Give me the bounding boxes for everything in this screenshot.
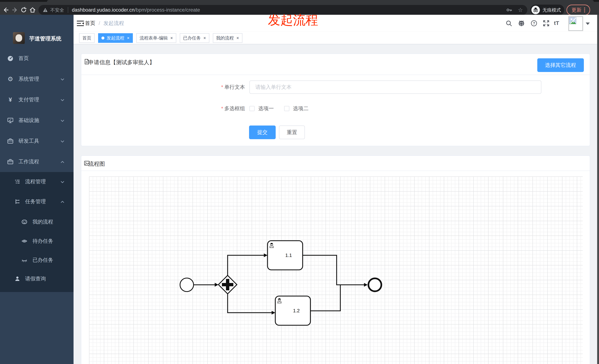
- tag-done-tasks[interactable]: 已办任务×: [180, 33, 209, 43]
- browser-tab[interactable]: [47, 0, 594, 2]
- gateway-plus-icon: [226, 279, 229, 290]
- chrome-update-button[interactable]: 更新: [566, 5, 590, 15]
- submit-button[interactable]: 提交: [249, 126, 276, 139]
- breadcrumb-current: 发起流程: [104, 20, 124, 27]
- main-content: 申请信息【测试多审批人】 选择其它流程 *单行文本 *多选框组 选项一 选项二 …: [73, 44, 599, 364]
- home-icon[interactable]: [29, 7, 36, 13]
- required-mark: *: [221, 106, 223, 111]
- chevron-down-icon[interactable]: [586, 23, 590, 25]
- active-dot: [101, 37, 104, 40]
- not-secure-warning-icon: [43, 8, 48, 12]
- sidebar-item-dev-tools[interactable]: 研发工具: [0, 131, 73, 151]
- svg-text:?: ?: [533, 21, 535, 25]
- card-header-divider: [81, 170, 590, 171]
- incognito-label: 无痕模式: [542, 7, 561, 13]
- edge-task2-to-end: [310, 285, 340, 311]
- sidebar-item-infrastructure[interactable]: 基础设施: [0, 110, 73, 131]
- sidebar: 芋道管理系统 首页 ⚙ 系统管理 ¥ 支付管理 基础设施 研发工具 工作流程 流…: [0, 15, 73, 364]
- app-title: 芋道管理系统: [29, 35, 61, 42]
- security-label[interactable]: 不安全: [50, 7, 64, 13]
- annotation-title: 发起流程: [268, 14, 318, 26]
- sidebar-item-system[interactable]: ⚙ 系统管理: [0, 69, 73, 89]
- arrowhead: [215, 283, 218, 287]
- forward-icon[interactable]: [11, 7, 18, 13]
- checkbox-option-1[interactable]: [249, 106, 255, 111]
- incognito-badge: 无痕模式: [530, 5, 564, 15]
- chevron-up-icon: [60, 160, 65, 164]
- edge-task1-to-end: [303, 255, 364, 285]
- task-label: 1.2: [293, 308, 300, 313]
- search-icon[interactable]: [505, 20, 512, 26]
- arrowhead: [364, 283, 368, 287]
- sidebar-item-payment[interactable]: ¥ 支付管理: [0, 89, 73, 110]
- sidebar-item-leave-query[interactable]: 请假查询: [0, 270, 73, 288]
- dashboard-icon: [7, 55, 14, 62]
- eye-closed-icon: [21, 257, 27, 263]
- briefcase-icon: [7, 158, 14, 165]
- reload-icon[interactable]: [20, 7, 27, 13]
- url-host: dashboard.yudao.iocoder.cn: [72, 7, 134, 13]
- sidebar-item-my-process[interactable]: 我的流程: [0, 212, 73, 231]
- person-icon: [14, 276, 20, 282]
- sidebar-item-workflow[interactable]: 工作流程: [0, 151, 73, 172]
- flow-diagram-card: 流程图: [81, 155, 590, 364]
- back-icon[interactable]: [3, 7, 9, 13]
- start-event[interactable]: [180, 278, 194, 291]
- eye-icon: [21, 238, 27, 244]
- list-icon: [14, 179, 20, 185]
- sidebar-item-task-mgmt[interactable]: 任务管理: [0, 192, 73, 212]
- text-field-label: *单行文本: [155, 80, 245, 94]
- reset-button[interactable]: 重置: [279, 126, 305, 139]
- end-event[interactable]: [368, 278, 381, 291]
- close-icon[interactable]: ×: [127, 36, 130, 40]
- tag-home[interactable]: 首页: [79, 33, 95, 43]
- chevron-down-icon: [60, 119, 65, 123]
- update-label: 更新: [572, 7, 581, 13]
- single-line-text-input[interactable]: [249, 80, 541, 94]
- checkbox-option-2-label[interactable]: 选项二: [293, 105, 308, 112]
- github-icon[interactable]: [518, 20, 525, 26]
- tag-my-process[interactable]: 我的流程×: [213, 33, 242, 43]
- fullscreen-icon[interactable]: [543, 20, 549, 26]
- checkbox-group: 选项一 选项二: [249, 102, 308, 115]
- sidebar-item-process-mgmt[interactable]: 流程管理: [0, 172, 73, 191]
- edge-gateway-to-task2: [228, 294, 272, 313]
- font-size-icon[interactable]: tT: [554, 20, 559, 26]
- bpmn-canvas[interactable]: 1.1 1.2: [89, 177, 583, 364]
- breadcrumb-home[interactable]: 首页: [85, 20, 95, 27]
- password-key-icon[interactable]: [506, 7, 513, 13]
- checkbox-option-2[interactable]: [284, 106, 289, 111]
- arrowhead: [272, 311, 275, 314]
- close-icon[interactable]: ×: [237, 36, 239, 40]
- help-icon[interactable]: ?: [531, 20, 537, 26]
- hamburger-collapse-icon[interactable]: [77, 21, 84, 26]
- card-header-divider: [81, 75, 590, 75]
- page-scrollbar[interactable]: [597, 15, 599, 364]
- close-icon[interactable]: ×: [203, 36, 206, 40]
- close-icon[interactable]: ×: [170, 36, 173, 40]
- breadcrumb: 首页 / 发起流程: [85, 15, 124, 32]
- checkbox-group-label: *多选框组: [155, 102, 245, 115]
- sidebar-item-home[interactable]: 首页: [0, 48, 73, 69]
- flow-branch-icon: [14, 199, 20, 204]
- tags-view-bar: 首页 发起流程× 流程表单-编辑× 已办任务× 我的流程×: [73, 32, 599, 44]
- choose-other-process-button[interactable]: 选择其它流程: [537, 58, 584, 72]
- avatar[interactable]: [568, 16, 583, 31]
- tag-start-process[interactable]: 发起流程×: [98, 33, 133, 43]
- bookmark-star-icon[interactable]: ☆: [518, 7, 523, 13]
- url-text[interactable]: dashboard.yudao.iocoder.cn/bpm/process-i…: [72, 7, 200, 13]
- broken-image-icon: [569, 17, 576, 24]
- yen-icon: ¥: [7, 96, 14, 103]
- task-label: 1.1: [285, 253, 292, 258]
- sidebar-item-todo-tasks[interactable]: 待办任务: [0, 231, 73, 251]
- chrome-menu-icon[interactable]: [584, 8, 585, 13]
- sidebar-item-done-tasks[interactable]: 已办任务: [0, 251, 73, 270]
- incognito-icon: [531, 6, 540, 14]
- chevron-up-icon: [60, 200, 65, 204]
- tag-form-edit[interactable]: 流程表单-编辑×: [136, 33, 176, 43]
- card-title: 流程图: [88, 160, 105, 168]
- edge-gateway-to-task1: [228, 255, 264, 275]
- checkbox-option-1-label[interactable]: 选项一: [258, 105, 274, 112]
- app-header: 首页 / 发起流程 ? tT: [73, 15, 599, 32]
- apply-info-card: 申请信息【测试多审批人】 选择其它流程 *单行文本 *多选框组 选项一 选项二 …: [81, 53, 590, 146]
